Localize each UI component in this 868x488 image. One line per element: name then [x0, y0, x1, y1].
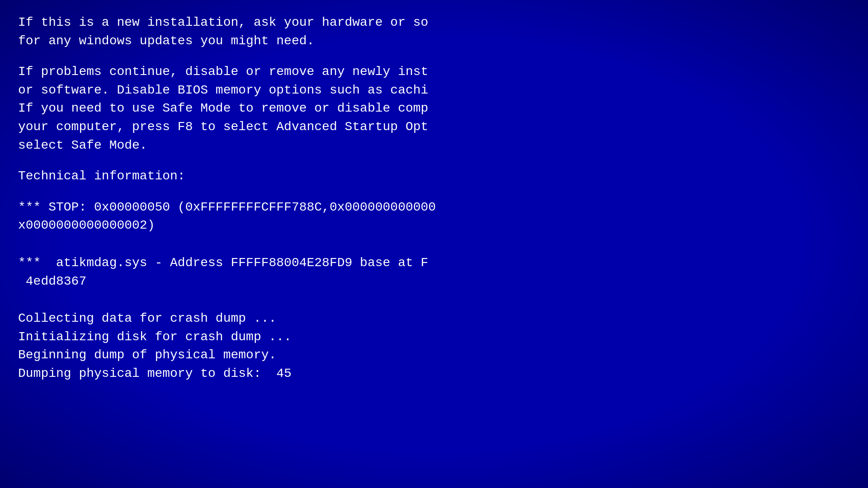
bsod-line-15: Beginning dump of physical memory. — [18, 346, 850, 365]
bsod-line-10: x0000000000000002) — [18, 216, 850, 235]
spacer-5 — [18, 291, 850, 303]
spacer-2 — [18, 155, 850, 167]
spacer-3 — [18, 186, 850, 198]
bsod-line-7: select Safe Mode. — [18, 136, 850, 155]
bsod-line-11: *** atikmdag.sys - Address FFFFF88004E28… — [18, 254, 850, 272]
bsod-line-8: Technical information: — [18, 167, 850, 186]
bsod-line-9: *** STOP: 0x00000050 (0xFFFFFFFFCFFF788C… — [18, 198, 850, 217]
bsod-line-5: If you need to use Safe Mode to remove o… — [18, 99, 850, 118]
bsod-line-3: If problems continue, disable or remove … — [18, 63, 850, 81]
bsod-line-6: your computer, press F8 to select Advanc… — [18, 118, 850, 136]
spacer-4 — [18, 235, 850, 248]
bsod-screen: If this is a new installation, ask your … — [0, 0, 868, 488]
bsod-line-1: If this is a new installation, ask your … — [18, 14, 850, 32]
bsod-line-2: for any windows updates you might need. — [18, 32, 850, 51]
bsod-content: If this is a new installation, ask your … — [18, 14, 850, 383]
spacer-4b — [18, 248, 850, 254]
bsod-line-14: Initializing disk for crash dump ... — [18, 328, 850, 347]
bsod-line-13: Collecting data for crash dump ... — [18, 310, 850, 328]
bsod-line-16: Dumping physical memory to disk: 45 — [18, 365, 850, 383]
bsod-line-4: or software. Disable BIOS memory options… — [18, 81, 850, 100]
spacer-5b — [18, 303, 850, 310]
spacer-1 — [18, 50, 850, 63]
bsod-line-12: 4edd8367 — [18, 272, 850, 291]
